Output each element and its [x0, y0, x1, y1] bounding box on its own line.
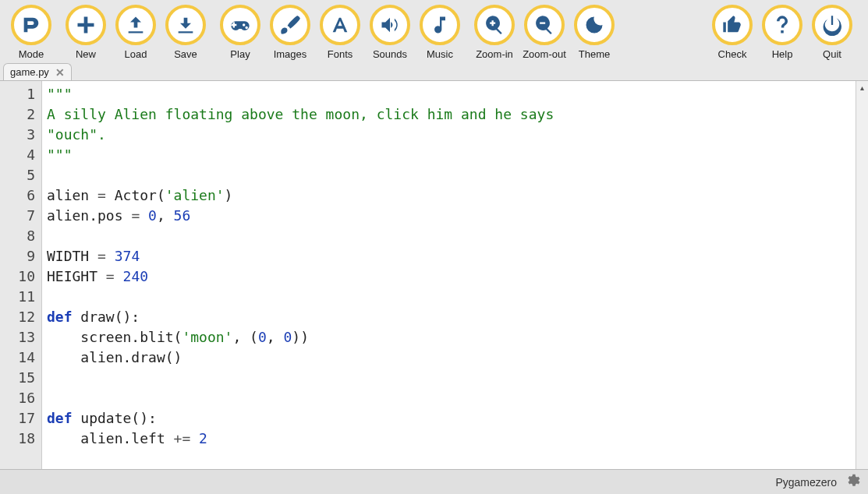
zoomin-icon — [474, 5, 515, 45]
line-number: 2 — [3, 104, 35, 125]
code-line[interactable] — [47, 388, 851, 408]
tab-game-py[interactable]: game.py ✕ — [3, 63, 72, 80]
check-button[interactable]: Check — [707, 5, 757, 60]
line-number: 6 — [3, 185, 35, 206]
code-line[interactable]: def draw(): — [47, 307, 851, 327]
sounds-button[interactable]: Sounds — [365, 5, 415, 60]
code-line[interactable] — [47, 368, 851, 388]
toolbar-label: Play — [230, 48, 250, 60]
line-number: 7 — [3, 206, 35, 226]
toolbar-label: Fonts — [328, 48, 353, 60]
load-button[interactable]: Load — [111, 5, 161, 60]
code-line[interactable]: def update(): — [47, 408, 851, 429]
toolbar-label: Theme — [579, 48, 610, 60]
toolbar-label: Zoom-in — [476, 48, 513, 60]
toolbar-label: Quit — [823, 48, 841, 60]
tab-label: game.py — [10, 66, 49, 78]
line-number: 15 — [3, 368, 35, 388]
plus-icon — [66, 5, 106, 45]
line-number: 10 — [3, 266, 35, 287]
moon-icon — [574, 5, 615, 45]
code-line[interactable] — [47, 287, 851, 307]
line-number: 8 — [3, 226, 35, 246]
upload-icon — [115, 5, 156, 45]
volume-icon — [370, 5, 410, 45]
code-line[interactable]: HEIGHT = 240 — [47, 266, 851, 287]
close-icon[interactable]: ✕ — [55, 67, 65, 78]
toolbar-label: Save — [174, 48, 197, 60]
new-button[interactable]: New — [61, 5, 111, 60]
font-icon — [320, 5, 360, 45]
mode-button[interactable]: Mode — [6, 5, 56, 60]
images-button[interactable]: Images — [265, 5, 315, 60]
code-line[interactable]: A silly Alien floating above the moon, c… — [47, 104, 851, 125]
line-number: 16 — [3, 388, 35, 408]
code-line[interactable]: alien = Actor('alien') — [47, 185, 851, 206]
code-editor[interactable]: 123456789101112131415161718 """A silly A… — [0, 81, 868, 469]
line-number: 5 — [3, 165, 35, 185]
toolbar-label: Sounds — [373, 48, 407, 60]
toolbar-label: Check — [718, 48, 747, 60]
mode-icon — [11, 5, 51, 45]
line-number: 4 — [3, 145, 35, 165]
code-line[interactable] — [47, 226, 851, 246]
code-line[interactable]: "ouch". — [47, 125, 851, 145]
save-button[interactable]: Save — [161, 5, 211, 60]
code-line[interactable]: """ — [47, 145, 851, 165]
gamepad-icon — [220, 5, 260, 45]
download-icon — [165, 5, 206, 45]
line-number: 13 — [3, 327, 35, 348]
zoomout-icon — [524, 5, 565, 45]
line-number: 18 — [3, 429, 35, 449]
toolbar-label: Music — [427, 48, 453, 60]
line-number: 9 — [3, 246, 35, 266]
toolbar-label: Load — [125, 48, 147, 60]
scroll-up-icon[interactable]: ▴ — [856, 81, 868, 94]
toolbar-label: Zoom-out — [523, 48, 566, 60]
gear-icon[interactable] — [845, 473, 860, 491]
brush-icon — [270, 5, 310, 45]
toolbar-label: Images — [274, 48, 307, 60]
code-line[interactable]: alien.draw() — [47, 348, 851, 368]
line-number: 14 — [3, 348, 35, 368]
line-number: 1 — [3, 84, 35, 104]
vertical-scrollbar[interactable]: ▴ — [856, 81, 868, 469]
power-icon — [812, 5, 852, 45]
status-mode-label: Pygamezero — [775, 476, 837, 489]
line-number: 11 — [3, 287, 35, 307]
line-number: 3 — [3, 125, 35, 145]
code-line[interactable]: alien.left += 2 — [47, 429, 851, 449]
play-button[interactable]: Play — [215, 5, 265, 60]
help-button[interactable]: Help — [757, 5, 807, 60]
thumbsup-icon — [712, 5, 753, 45]
code-content[interactable]: """A silly Alien floating above the moon… — [42, 81, 856, 469]
line-number: 12 — [3, 307, 35, 327]
music-button[interactable]: Music — [415, 5, 465, 60]
quit-button[interactable]: Quit — [807, 5, 857, 60]
line-number-gutter: 123456789101112131415161718 — [0, 81, 42, 469]
theme-button[interactable]: Theme — [569, 5, 619, 60]
zoomout-button[interactable]: Zoom-out — [519, 5, 569, 60]
tab-bar: game.py ✕ — [0, 62, 868, 81]
toolbar-label: New — [76, 48, 96, 60]
question-icon — [762, 5, 802, 45]
zoomin-button[interactable]: Zoom-in — [469, 5, 519, 60]
note-icon — [420, 5, 460, 45]
status-bar: Pygamezero — [0, 469, 868, 494]
toolbar-label: Mode — [19, 48, 44, 60]
toolbar: ModeNewLoadSavePlayImagesFontsSoundsMusi… — [0, 0, 868, 62]
toolbar-label: Help — [772, 48, 793, 60]
code-line[interactable]: WIDTH = 374 — [47, 246, 851, 266]
code-line[interactable]: """ — [47, 84, 851, 104]
line-number: 17 — [3, 408, 35, 429]
code-line[interactable]: screen.blit('moon', (0, 0)) — [47, 327, 851, 348]
code-line[interactable]: alien.pos = 0, 56 — [47, 206, 851, 226]
fonts-button[interactable]: Fonts — [315, 5, 365, 60]
code-line[interactable] — [47, 165, 851, 185]
